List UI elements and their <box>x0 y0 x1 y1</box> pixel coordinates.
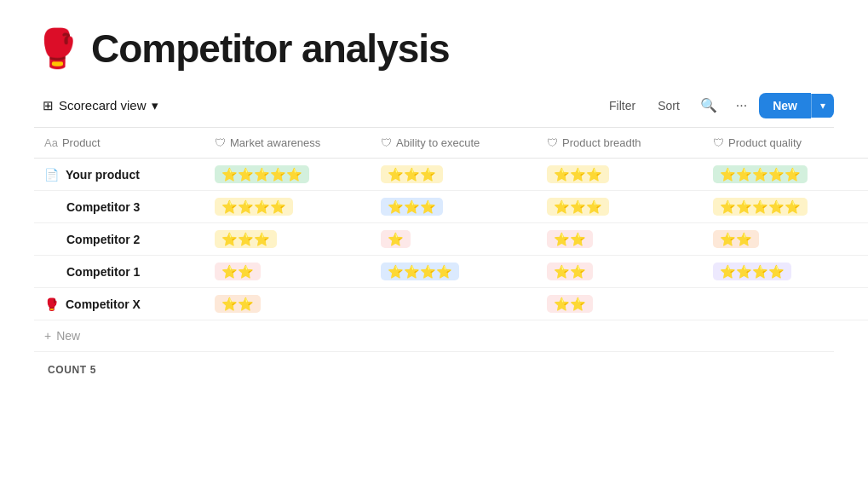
count-row: COUNT5 <box>34 352 834 379</box>
stars-badge: ⭐⭐⭐ <box>381 165 443 183</box>
cell-product-breadth: ⭐⭐ <box>537 256 703 288</box>
chevron-down-icon: ▾ <box>152 98 158 113</box>
page-title: Competitor analysis <box>91 26 450 72</box>
stars-badge: ⭐⭐⭐ <box>547 165 609 183</box>
cell-ability-to-execute: ⭐ <box>371 223 537 256</box>
col-market-label: Market awareness <box>230 136 320 149</box>
sort-label: Sort <box>658 99 680 113</box>
cell-product-breadth: ⭐⭐⭐ <box>537 191 703 223</box>
scorecard-view-button[interactable]: ⊞ Scorecard view ▾ <box>34 94 167 118</box>
filter-button[interactable]: Filter <box>601 94 644 118</box>
stars-badge: ⭐⭐ <box>547 263 593 280</box>
col-breadth-label: Product breadth <box>562 136 641 149</box>
toolbar: ⊞ Scorecard view ▾ Filter Sort 🔍 ··· New… <box>34 92 834 128</box>
table-row[interactable]: Competitor 1⭐⭐⭐⭐⭐⭐⭐⭐⭐⭐⭐⭐ <box>34 256 868 288</box>
stars-badge: ⭐ <box>381 230 411 248</box>
toolbar-left: ⊞ Scorecard view ▾ <box>34 94 597 118</box>
col-header-product: Aa Product <box>34 128 204 159</box>
table-container: Aa Product 🛡 Market awareness 🛡 <box>34 128 834 379</box>
stars-badge: ⭐⭐⭐⭐⭐ <box>713 198 808 216</box>
stars-badge: ⭐⭐ <box>713 230 759 248</box>
table-body: 📄Your product⭐⭐⭐⭐⭐⭐⭐⭐⭐⭐⭐⭐⭐⭐⭐⭐Competitor … <box>34 159 868 320</box>
col-header-ability: 🛡 Ability to execute <box>371 128 537 159</box>
stars-badge: ⭐⭐ <box>215 295 261 313</box>
cell-ability-to-execute: ⭐⭐⭐ <box>371 191 537 223</box>
table-row[interactable]: Competitor 2⭐⭐⭐⭐⭐⭐⭐⭐ <box>34 223 868 256</box>
table-icon: ⊞ <box>43 98 54 113</box>
product-name: Competitor 2 <box>66 233 140 246</box>
scorecard-view-label: Scorecard view <box>59 98 147 113</box>
cell-market-awareness: ⭐⭐⭐⭐⭐ <box>204 159 371 191</box>
col-quality-label: Product quality <box>728 136 802 149</box>
cell-market-awareness: ⭐⭐ <box>204 288 371 320</box>
table-row[interactable]: Competitor 3⭐⭐⭐⭐⭐⭐⭐⭐⭐⭐⭐⭐⭐⭐⭐ <box>34 191 868 223</box>
boxing-icon: 🥊 <box>44 297 59 311</box>
col-ability-label: Ability to execute <box>396 136 480 149</box>
shield-icon-market: 🛡 <box>215 136 226 149</box>
new-button-group: New ▾ <box>759 93 834 118</box>
stars-badge: ⭐⭐⭐⭐ <box>381 263 459 280</box>
text-type-icon: Aa <box>44 136 58 149</box>
document-icon: 📄 <box>44 168 59 182</box>
stars-badge: ⭐⭐⭐ <box>215 230 277 248</box>
filter-label: Filter <box>609 99 635 113</box>
stars-badge: ⭐⭐⭐⭐⭐ <box>713 165 808 183</box>
col-header-quality: 🛡 Product quality <box>703 128 868 159</box>
toolbar-right: Filter Sort 🔍 ··· New ▾ <box>601 92 834 118</box>
stars-badge: ⭐⭐ <box>215 263 261 280</box>
table-row[interactable]: 🥊Competitor X⭐⭐⭐⭐ <box>34 288 868 320</box>
new-button[interactable]: New <box>759 93 811 118</box>
shield-icon-breadth: 🛡 <box>547 136 558 149</box>
product-name: Competitor 1 <box>66 265 140 279</box>
cell-product: Competitor 2 <box>34 223 204 256</box>
cell-market-awareness: ⭐⭐⭐ <box>204 223 371 256</box>
page-header: 🥊 Competitor analysis <box>34 26 834 72</box>
add-new-label: New <box>56 329 80 343</box>
cell-product-quality: ⭐⭐ <box>703 223 868 256</box>
stars-badge: ⭐⭐⭐ <box>547 198 609 216</box>
count-value: 5 <box>90 364 96 376</box>
stars-badge: ⭐⭐ <box>547 295 593 313</box>
table-header-row: Aa Product 🛡 Market awareness 🛡 <box>34 128 868 159</box>
shield-icon-ability: 🛡 <box>381 136 392 149</box>
stars-badge: ⭐⭐⭐⭐ <box>215 198 293 216</box>
cell-product-quality <box>703 288 868 320</box>
product-name: Competitor 3 <box>66 200 140 214</box>
shield-icon-quality: 🛡 <box>713 136 724 149</box>
count-label: COUNT <box>48 364 87 376</box>
cell-product-breadth: ⭐⭐ <box>537 288 703 320</box>
product-name: Your product <box>66 168 140 182</box>
title-emoji: 🥊 <box>34 30 81 67</box>
add-new-row[interactable]: + New <box>34 320 834 352</box>
cell-ability-to-execute <box>371 288 537 320</box>
stars-badge: ⭐⭐ <box>547 230 593 248</box>
more-options-button[interactable]: ··· <box>729 93 754 118</box>
product-name: Competitor X <box>66 297 141 311</box>
cell-ability-to-execute: ⭐⭐⭐ <box>371 159 537 191</box>
cell-product-quality: ⭐⭐⭐⭐⭐ <box>703 191 868 223</box>
cell-product: 📄Your product <box>34 159 204 191</box>
cell-product: Competitor 1 <box>34 256 204 288</box>
cell-product: Competitor 3 <box>34 191 204 223</box>
cell-ability-to-execute: ⭐⭐⭐⭐ <box>371 256 537 288</box>
search-button[interactable]: 🔍 <box>693 92 724 118</box>
cell-market-awareness: ⭐⭐⭐⭐ <box>204 191 371 223</box>
sort-button[interactable]: Sort <box>649 94 688 118</box>
col-header-breadth: 🛡 Product breadth <box>537 128 703 159</box>
col-product-label: Product <box>62 136 101 149</box>
plus-icon: + <box>44 329 51 343</box>
stars-badge: ⭐⭐⭐⭐ <box>713 263 791 280</box>
table-row[interactable]: 📄Your product⭐⭐⭐⭐⭐⭐⭐⭐⭐⭐⭐⭐⭐⭐⭐⭐ <box>34 159 868 191</box>
cell-product: 🥊Competitor X <box>34 288 204 320</box>
cell-product-breadth: ⭐⭐ <box>537 223 703 256</box>
cell-market-awareness: ⭐⭐ <box>204 256 371 288</box>
stars-badge: ⭐⭐⭐ <box>381 198 443 216</box>
cell-product-breadth: ⭐⭐⭐ <box>537 159 703 191</box>
cell-product-quality: ⭐⭐⭐⭐⭐ <box>703 159 868 191</box>
col-header-market: 🛡 Market awareness <box>204 128 371 159</box>
cell-product-quality: ⭐⭐⭐⭐ <box>703 256 868 288</box>
competitor-table: Aa Product 🛡 Market awareness 🛡 <box>34 128 868 320</box>
stars-badge: ⭐⭐⭐⭐⭐ <box>215 165 309 183</box>
new-button-chevron[interactable]: ▾ <box>811 94 834 118</box>
